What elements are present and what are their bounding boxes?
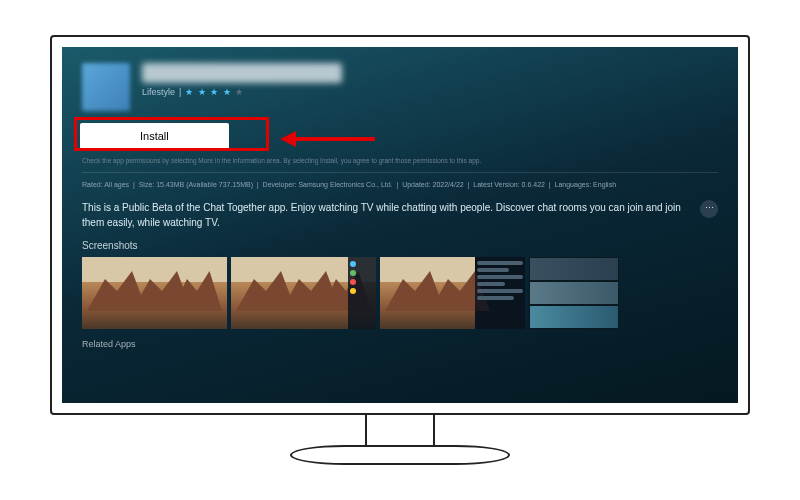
developer-value: Samsung Electronics Co., Ltd.: [298, 181, 392, 188]
app-title-blurred: [142, 63, 342, 83]
screenshots-heading: Screenshots: [62, 240, 738, 257]
languages-label: Languages:: [555, 181, 592, 188]
annotation-arrow-icon: [280, 129, 380, 149]
app-meta: Lifestyle | ★ ★ ★ ★ ★: [142, 87, 718, 97]
related-apps-heading: Related Apps: [62, 329, 738, 349]
screenshot-4[interactable]: [529, 257, 619, 329]
app-header: Lifestyle | ★ ★ ★ ★ ★: [62, 47, 738, 119]
meta-divider: |: [179, 87, 181, 97]
rated-label: Rated:: [82, 181, 103, 188]
tv-frame: Lifestyle | ★ ★ ★ ★ ★ Install Check the …: [50, 35, 750, 415]
screenshots-row[interactable]: [62, 257, 738, 329]
screenshot-1[interactable]: [82, 257, 227, 329]
install-row: Install: [62, 119, 738, 153]
app-title-area: Lifestyle | ★ ★ ★ ★ ★: [142, 63, 718, 97]
app-icon: [82, 63, 130, 111]
install-button[interactable]: Install: [80, 123, 229, 149]
size-value: 15.43MB (Available 737.15MB): [156, 181, 253, 188]
version-label: Latest Version:: [473, 181, 519, 188]
rating-stars: ★ ★ ★ ★ ★: [185, 87, 244, 97]
rated-value: All ages: [104, 181, 129, 188]
more-button[interactable]: ⋯: [700, 200, 718, 218]
svg-marker-1: [280, 131, 296, 147]
app-category: Lifestyle: [142, 87, 175, 97]
languages-value: English: [593, 181, 616, 188]
screenshot-2[interactable]: [231, 257, 376, 329]
developer-label: Developer:: [263, 181, 297, 188]
screenshot-3[interactable]: [380, 257, 525, 329]
app-details: Rated: All ages | Size: 15.43MB (Availab…: [62, 173, 738, 196]
size-label: Size:: [139, 181, 155, 188]
tv-stand-neck: [365, 415, 435, 445]
updated-label: Updated:: [402, 181, 430, 188]
tv-stand-base: [290, 445, 510, 465]
app-description: This is a Public Beta of the Chat Togeth…: [82, 200, 690, 230]
version-value: 0.6.422: [522, 181, 545, 188]
app-store-screen: Lifestyle | ★ ★ ★ ★ ★ Install Check the …: [62, 47, 738, 403]
updated-value: 2022/4/22: [433, 181, 464, 188]
ellipsis-icon: ⋯: [705, 202, 714, 216]
permission-note: Check the app permissions by selecting M…: [62, 153, 738, 172]
app-description-row: This is a Public Beta of the Chat Togeth…: [62, 196, 738, 240]
